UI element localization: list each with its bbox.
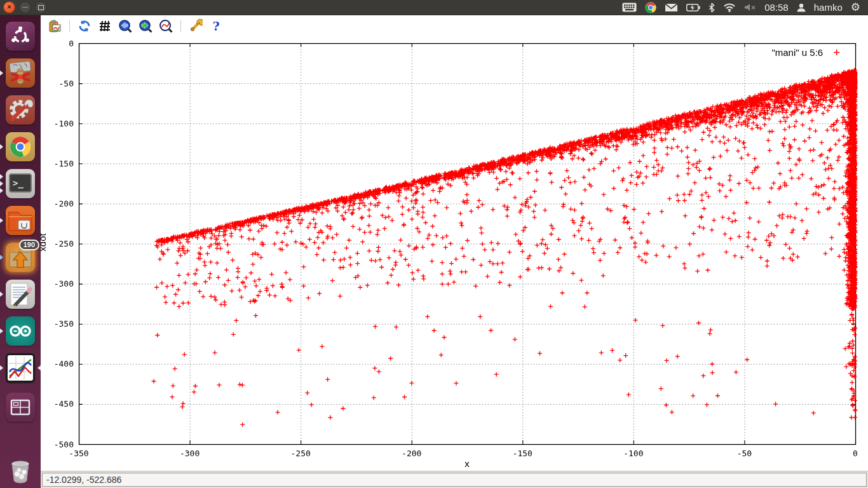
desktop: ✕ — bbox=[0, 0, 868, 488]
system-tray: 08:58 hamko ⚙ bbox=[622, 2, 868, 13]
legend: "mani" u 5:6 + bbox=[771, 46, 840, 58]
chrome-icon bbox=[6, 132, 35, 161]
launcher-item-stone-tablet-app[interactable] bbox=[0, 58, 41, 88]
zoom-previous-button[interactable] bbox=[116, 18, 134, 34]
x-axis-label: x bbox=[79, 458, 855, 469]
text-editor-icon bbox=[6, 280, 35, 309]
grid-button[interactable] bbox=[96, 18, 114, 34]
zoom-button[interactable] bbox=[157, 18, 175, 34]
settings-gear-icon bbox=[6, 95, 35, 125]
options-button[interactable] bbox=[187, 18, 205, 34]
legend-label: "mani" u 5:6 bbox=[771, 47, 823, 58]
scatter-plot-canvas[interactable] bbox=[41, 36, 868, 471]
launcher-item-gnuplot[interactable] bbox=[0, 353, 41, 383]
session-gear-icon[interactable]: ⚙ bbox=[851, 2, 860, 13]
launcher-item-trash[interactable] bbox=[0, 455, 41, 485]
gnuplot-icon bbox=[6, 353, 35, 383]
window-controls: ✕ — bbox=[0, 1, 47, 13]
launcher-item-workspace-switcher[interactable] bbox=[0, 392, 41, 423]
workspace-switcher-icon bbox=[6, 393, 35, 422]
gnuplot-toolbar: ? bbox=[41, 15, 868, 36]
launcher-item-file-sync[interactable]: 190 bbox=[0, 242, 41, 273]
bluetooth-icon[interactable] bbox=[709, 3, 715, 13]
launcher-item-dash-home[interactable] bbox=[0, 21, 41, 51]
user-icon bbox=[797, 3, 806, 12]
launcher-item-terminal[interactable]: >_ bbox=[0, 168, 41, 199]
dash-home-icon bbox=[6, 22, 35, 51]
top-panel: ✕ — bbox=[0, 0, 868, 15]
folder-network-icon bbox=[6, 206, 35, 235]
user-menu[interactable]: hamko bbox=[814, 2, 843, 13]
maximize-button[interactable] bbox=[35, 1, 47, 13]
keyboard-icon[interactable] bbox=[622, 3, 637, 12]
help-icon: ? bbox=[212, 19, 219, 33]
svg-text:>_: >_ bbox=[13, 178, 24, 189]
launcher-item-system-settings[interactable] bbox=[0, 95, 41, 125]
battery-icon[interactable] bbox=[686, 4, 700, 11]
gnuplot-window: ? "mani" u 5:6 + x xdot -12.0299, -522.6… bbox=[41, 15, 868, 488]
plot-area: "mani" u 5:6 + x xdot bbox=[41, 36, 868, 471]
toolbar-separator bbox=[69, 20, 70, 32]
zoom-next-button[interactable] bbox=[137, 18, 154, 34]
badge-count: 190 bbox=[19, 240, 39, 250]
terminal-icon: >_ bbox=[6, 169, 35, 198]
mail-icon[interactable] bbox=[665, 3, 678, 12]
copy-plot-button[interactable] bbox=[46, 18, 64, 34]
arduino-icon bbox=[6, 316, 35, 346]
help-button[interactable]: ? bbox=[207, 18, 225, 34]
launcher-item-text-editor[interactable] bbox=[0, 279, 41, 309]
replot-button[interactable] bbox=[76, 18, 93, 34]
maximize-icon bbox=[38, 5, 44, 10]
clock[interactable]: 08:58 bbox=[764, 2, 789, 13]
trash-icon bbox=[6, 456, 35, 485]
focused-window-arrow bbox=[37, 365, 41, 370]
cursor-coordinates: -12.0299, -522.686 bbox=[42, 473, 867, 487]
unity-launcher: >_ 190 bbox=[0, 15, 41, 488]
launcher-item-folder-network[interactable] bbox=[0, 205, 41, 236]
chrome-tray-icon[interactable] bbox=[645, 2, 656, 13]
legend-marker-plus: + bbox=[833, 46, 840, 58]
status-bar: -12.0299, -522.686 bbox=[41, 471, 868, 488]
toolbar-separator bbox=[180, 20, 181, 32]
volume-muted-icon[interactable] bbox=[744, 3, 756, 11]
stone-tablet-icon bbox=[6, 58, 35, 88]
launcher-item-arduino-ide[interactable] bbox=[0, 316, 41, 346]
close-button[interactable]: ✕ bbox=[3, 1, 15, 13]
minimize-button[interactable]: — bbox=[19, 1, 31, 13]
launcher-item-chrome[interactable] bbox=[0, 132, 41, 162]
wifi-icon[interactable] bbox=[723, 3, 736, 12]
